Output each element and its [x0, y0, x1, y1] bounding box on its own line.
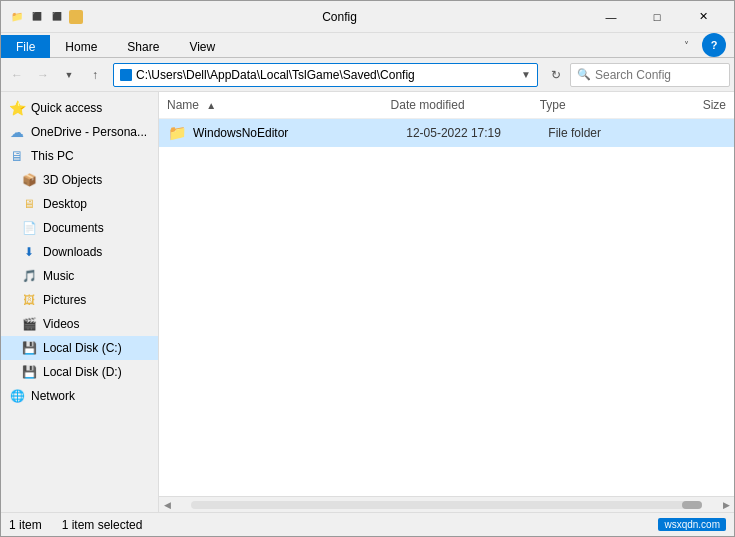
- table-row[interactable]: 📁 WindowsNoEditor 12-05-2022 17:19 File …: [159, 119, 734, 147]
- sidebar-item-this-pc[interactable]: 🖥 This PC: [1, 144, 158, 168]
- close-button[interactable]: ✕: [680, 1, 726, 33]
- item-count: 1 item: [9, 518, 42, 532]
- ribbon-tabs: File Home Share View ˅ ?: [1, 33, 734, 58]
- sidebar-item-videos[interactable]: 🎬 Videos: [1, 312, 158, 336]
- brand-badge: wsxqdn.com: [658, 518, 726, 531]
- local-c-icon: 💾: [21, 340, 37, 356]
- pictures-icon: 🖼: [21, 292, 37, 308]
- col-header-size[interactable]: Size: [651, 94, 726, 116]
- file-list: 📁 WindowsNoEditor 12-05-2022 17:19 File …: [159, 119, 734, 496]
- sidebar-label-local-c: Local Disk (C:): [43, 341, 122, 355]
- search-input[interactable]: [595, 68, 723, 82]
- address-text: C:\Users\Dell\AppData\Local\TslGame\Save…: [136, 68, 517, 82]
- sort-arrow-name: ▲: [206, 100, 216, 111]
- refresh-button[interactable]: ↻: [544, 63, 568, 87]
- address-bar-icon: [120, 69, 132, 81]
- address-bar[interactable]: C:\Users\Dell\AppData\Local\TslGame\Save…: [113, 63, 538, 87]
- main-area: ⭐ Quick access ☁ OneDrive - Persona... 🖥…: [1, 92, 734, 512]
- brand-area: wsxqdn.com: [658, 518, 726, 531]
- desktop-icon: 🖥: [21, 196, 37, 212]
- tab-share[interactable]: Share: [112, 35, 174, 58]
- sidebar-label-onedrive: OneDrive - Persona...: [31, 125, 147, 139]
- col-header-date[interactable]: Date modified: [391, 94, 540, 116]
- status-bar: 1 item 1 item selected wsxqdn.com: [1, 512, 734, 536]
- sidebar-label-network: Network: [31, 389, 75, 403]
- hscroll-left[interactable]: ◀: [159, 497, 175, 513]
- address-dropdown-icon[interactable]: ▼: [521, 69, 531, 80]
- back-button[interactable]: ←: [5, 63, 29, 87]
- selection-status: 1 item selected: [62, 518, 143, 532]
- col-header-name[interactable]: Name ▲: [167, 94, 391, 116]
- file-name: WindowsNoEditor: [193, 126, 406, 140]
- search-icon: 🔍: [577, 68, 591, 81]
- sidebar-label-desktop: Desktop: [43, 197, 87, 211]
- dropdown-button[interactable]: ▼: [57, 63, 81, 87]
- sidebar-label-quick-access: Quick access: [31, 101, 102, 115]
- sidebar-item-local-d[interactable]: 💾 Local Disk (D:): [1, 360, 158, 384]
- sidebar-item-desktop[interactable]: 🖥 Desktop: [1, 192, 158, 216]
- forward-button[interactable]: →: [31, 63, 55, 87]
- onedrive-icon: ☁: [9, 124, 25, 140]
- hscroll-thumb[interactable]: [682, 501, 702, 509]
- sidebar-item-music[interactable]: 🎵 Music: [1, 264, 158, 288]
- sidebar-label-this-pc: This PC: [31, 149, 74, 163]
- documents-icon: 📄: [21, 220, 37, 236]
- network-icon: 🌐: [9, 388, 25, 404]
- sidebar-item-network[interactable]: 🌐 Network: [1, 384, 158, 408]
- title-bar-icons: 📁 ⬛ ⬛: [9, 9, 83, 25]
- tab-home[interactable]: Home: [50, 35, 112, 58]
- file-icon: 📁: [167, 123, 187, 143]
- maximize-button[interactable]: □: [634, 1, 680, 33]
- music-icon: 🎵: [21, 268, 37, 284]
- explorer-window: 📁 ⬛ ⬛ Config — □ ✕ File Home Share View …: [0, 0, 735, 537]
- sidebar: ⭐ Quick access ☁ OneDrive - Persona... 🖥…: [1, 92, 159, 512]
- up-button[interactable]: ↑: [83, 63, 107, 87]
- sidebar-item-quick-access[interactable]: ⭐ Quick access: [1, 96, 158, 120]
- hscroll-track: [191, 501, 702, 509]
- downloads-icon: ⬇: [21, 244, 37, 260]
- ribbon-collapse-button[interactable]: ˅: [674, 33, 698, 57]
- sidebar-label-3d-objects: 3D Objects: [43, 173, 102, 187]
- file-type: File folder: [548, 126, 655, 140]
- sidebar-label-music: Music: [43, 269, 74, 283]
- sidebar-label-documents: Documents: [43, 221, 104, 235]
- minimize-button[interactable]: —: [588, 1, 634, 33]
- window-icon: 📁: [9, 9, 25, 25]
- hscroll-right[interactable]: ▶: [718, 497, 734, 513]
- tab-view[interactable]: View: [174, 35, 230, 58]
- local-d-icon: 💾: [21, 364, 37, 380]
- quick-access-icon: ⭐: [9, 100, 25, 116]
- sidebar-label-videos: Videos: [43, 317, 79, 331]
- horizontal-scrollbar[interactable]: ◀ ▶: [159, 496, 734, 512]
- sidebar-item-3d-objects[interactable]: 📦 3D Objects: [1, 168, 158, 192]
- this-pc-icon: 🖥: [9, 148, 25, 164]
- window-controls: — □ ✕: [588, 1, 726, 33]
- videos-icon: 🎬: [21, 316, 37, 332]
- content-pane: Name ▲ Date modified Type Size 📁 Windows…: [159, 92, 734, 512]
- navigation-bar: ← → ▼ ↑ C:\Users\Dell\AppData\Local\TslG…: [1, 58, 734, 92]
- sidebar-item-pictures[interactable]: 🖼 Pictures: [1, 288, 158, 312]
- sidebar-item-onedrive[interactable]: ☁ OneDrive - Persona...: [1, 120, 158, 144]
- help-button[interactable]: ?: [702, 33, 726, 57]
- ribbon-chevron: ˅ ?: [674, 33, 730, 57]
- column-headers: Name ▲ Date modified Type Size: [159, 92, 734, 119]
- sidebar-item-local-c[interactable]: 💾 Local Disk (C:): [1, 336, 158, 360]
- window-title: Config: [91, 10, 588, 24]
- tab-file[interactable]: File: [1, 35, 50, 58]
- 3d-objects-icon: 📦: [21, 172, 37, 188]
- sidebar-label-downloads: Downloads: [43, 245, 102, 259]
- title-bar: 📁 ⬛ ⬛ Config — □ ✕: [1, 1, 734, 33]
- sidebar-label-pictures: Pictures: [43, 293, 86, 307]
- col-header-type[interactable]: Type: [540, 94, 652, 116]
- tb-icon3: [69, 10, 83, 24]
- file-date-modified: 12-05-2022 17:19: [406, 126, 548, 140]
- sidebar-item-downloads[interactable]: ⬇ Downloads: [1, 240, 158, 264]
- tb-icon2: ⬛: [49, 9, 65, 25]
- sidebar-item-documents[interactable]: 📄 Documents: [1, 216, 158, 240]
- sidebar-label-local-d: Local Disk (D:): [43, 365, 122, 379]
- search-bar[interactable]: 🔍: [570, 63, 730, 87]
- tb-icon1: ⬛: [29, 9, 45, 25]
